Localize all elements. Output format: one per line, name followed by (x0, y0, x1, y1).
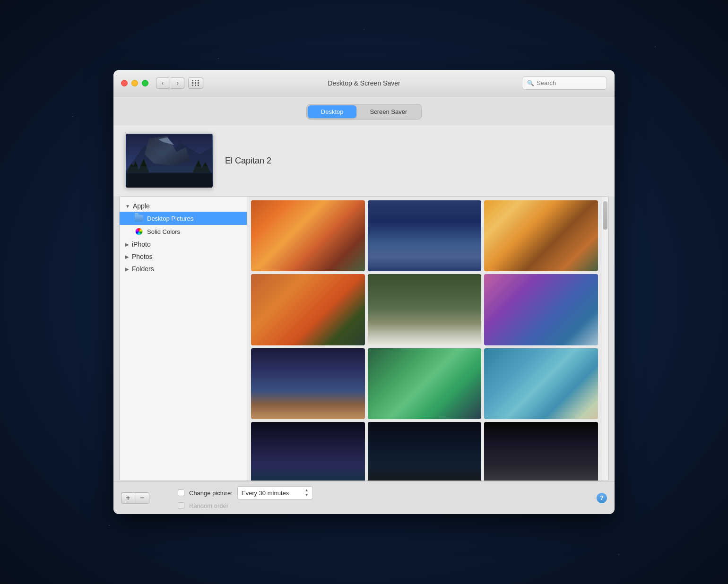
titlebar: ‹ › Desktop & Screen Saver 🔍 (113, 70, 615, 96)
content-area: Desktop Screen Saver (113, 96, 615, 514)
change-picture-label: Change picture: (189, 490, 233, 497)
grid-dots-icon (192, 80, 199, 86)
wallpaper-item[interactable] (484, 422, 598, 481)
stepper-down-icon[interactable]: ▼ (305, 493, 309, 498)
wallpaper-item[interactable] (484, 348, 598, 419)
tab-screen-saver[interactable]: Screen Saver (356, 105, 420, 118)
sidebar-item-iphoto[interactable]: ▶ iPhoto (120, 238, 247, 250)
preview-thumbnail (125, 133, 214, 189)
search-icon: 🔍 (527, 80, 534, 86)
close-button[interactable] (121, 80, 128, 86)
scrollbar[interactable] (602, 197, 608, 481)
grid-view-button[interactable] (188, 77, 203, 89)
help-button[interactable]: ? (597, 493, 607, 503)
wallpaper-item[interactable] (484, 274, 598, 345)
change-picture-area: Change picture: Every 30 minutes ▲ ▼ Ran… (178, 486, 313, 509)
wallpaper-item[interactable] (251, 422, 365, 481)
random-order-label: Random order (189, 502, 228, 509)
wallpaper-item[interactable] (251, 274, 365, 345)
svg-rect-4 (126, 172, 212, 188)
window-title: Desktop & Screen Saver (328, 79, 400, 87)
iphoto-label: iPhoto (132, 240, 151, 248)
wallpaper-grid (251, 200, 598, 481)
minimize-button[interactable] (131, 80, 138, 86)
triangle-right-icon: ▶ (125, 242, 129, 247)
triangle-down-icon: ▼ (125, 204, 130, 209)
color-wheel-icon (135, 227, 143, 236)
svg-rect-10 (126, 167, 212, 173)
preview-area: El Capitan 2 (113, 125, 615, 196)
back-button[interactable]: ‹ (156, 77, 169, 89)
nav-buttons: ‹ › (156, 77, 184, 89)
random-order-checkbox[interactable] (178, 502, 184, 509)
wallpaper-item[interactable] (251, 200, 365, 271)
solid-colors-label: Solid Colors (147, 228, 180, 235)
sidebar-item-folders[interactable]: ▶ Folders (120, 263, 247, 275)
forward-button[interactable]: › (171, 77, 184, 89)
maximize-button[interactable] (142, 80, 148, 86)
sidebar: ▼ Apple Desktop Pictures Solid Colors (120, 197, 247, 481)
wallpaper-item[interactable] (368, 200, 482, 271)
bottom-bar: + − Change picture: Every 30 minutes ▲ ▼ (113, 481, 615, 514)
triangle-right-icon-2: ▶ (125, 254, 129, 259)
wallpaper-item[interactable] (484, 200, 598, 271)
sidebar-apple-label: Apple (133, 202, 150, 210)
wallpaper-item[interactable] (368, 422, 482, 481)
wallpaper-item[interactable] (368, 274, 482, 345)
folder-icon (135, 214, 143, 223)
change-picture-row: Change picture: Every 30 minutes ▲ ▼ (178, 486, 313, 499)
traffic-lights (121, 80, 148, 86)
remove-button[interactable]: − (135, 492, 149, 504)
random-order-row: Random order (178, 502, 313, 509)
change-picture-checkbox[interactable] (178, 490, 184, 496)
main-window: ‹ › Desktop & Screen Saver 🔍 Desktop Scr… (113, 70, 615, 514)
sidebar-item-solid-colors[interactable]: Solid Colors (120, 225, 247, 238)
add-button[interactable]: + (121, 492, 135, 504)
sidebar-section-apple[interactable]: ▼ Apple (120, 200, 247, 212)
folders-label: Folders (132, 265, 154, 273)
add-remove-buttons: + − (121, 492, 149, 504)
interval-select[interactable]: Every 30 minutes ▲ ▼ (237, 486, 313, 499)
tab-desktop[interactable]: Desktop (308, 105, 357, 118)
triangle-right-icon-3: ▶ (125, 266, 129, 272)
tabs-container: Desktop Screen Saver (113, 96, 615, 125)
wallpaper-grid-container (247, 197, 602, 481)
wallpaper-item[interactable] (251, 348, 365, 419)
sidebar-item-photos[interactable]: ▶ Photos (120, 250, 247, 263)
tab-group: Desktop Screen Saver (306, 104, 422, 120)
main-panel: ▼ Apple Desktop Pictures Solid Colors (119, 196, 609, 481)
stepper-icon[interactable]: ▲ ▼ (305, 488, 309, 497)
search-box[interactable]: 🔍 (522, 77, 607, 90)
interval-text: Every 30 minutes (242, 490, 289, 497)
scrollbar-thumb[interactable] (603, 201, 607, 230)
wallpaper-item[interactable] (368, 348, 482, 419)
wallpaper-name: El Capitan 2 (225, 156, 271, 166)
photos-label: Photos (132, 253, 153, 260)
preview-image (126, 134, 213, 188)
stepper-up-icon[interactable]: ▲ (305, 488, 309, 493)
sidebar-item-desktop-pictures[interactable]: Desktop Pictures (120, 212, 247, 225)
search-input[interactable] (537, 79, 602, 86)
desktop-pictures-label: Desktop Pictures (147, 215, 193, 222)
